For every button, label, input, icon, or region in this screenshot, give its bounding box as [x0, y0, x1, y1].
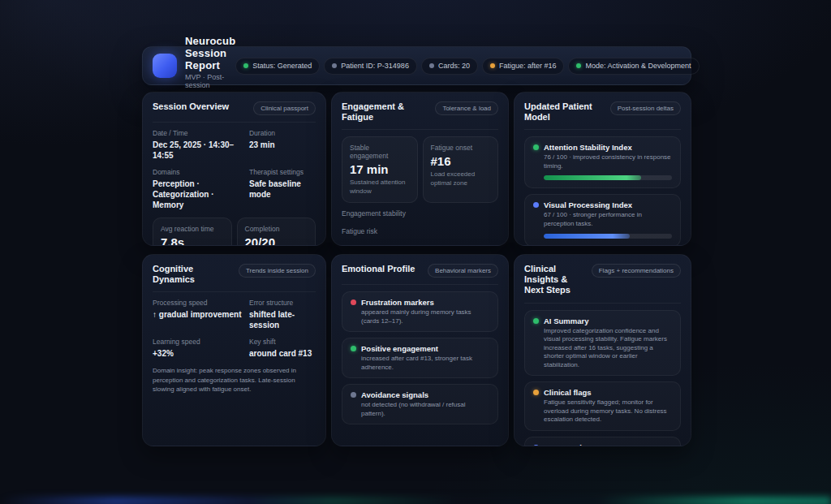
clinical-flags-dot-icon — [533, 390, 539, 395]
field-value: ↑ gradual improvement — [153, 309, 243, 320]
field-value: Dec 25, 2025 · 14:30–14:55 — [153, 140, 243, 161]
patient-dot-icon — [332, 63, 337, 68]
session-overview-card: Session Overview Clinical passport Date … — [142, 92, 326, 246]
patient-model-header: Updated Patient Model Post-session delta… — [524, 101, 681, 123]
patient-model-card: Updated Patient Model Post-session delta… — [514, 92, 691, 246]
cards-dot-icon — [429, 63, 434, 68]
stat-value: 20/20 — [245, 235, 308, 246]
field-value: around card #13 — [249, 348, 316, 359]
emotional-profile-card: Emotional Profile Behavioral markers Fru… — [331, 254, 509, 446]
field-therapist-settings: Therapist settings Safe baseline mode — [249, 168, 316, 210]
field-value: Safe baseline mode — [249, 179, 316, 200]
stat-value: #16 — [431, 154, 491, 168]
marker-name: Positive engagement — [361, 344, 438, 353]
insight-desc: Improved categorization confidence and v… — [544, 327, 672, 370]
cognitive-title: Cognitive Dynamics — [153, 264, 234, 285]
emotional-title: Emotional Profile — [342, 264, 415, 274]
mode-badge-label: Mode: Activation & Development — [585, 62, 691, 70]
field-value: Perception · Categorization · Memory — [153, 179, 243, 210]
engagement-header: Engagement & Fatigue Tolerance & load — [342, 101, 498, 123]
marker-head: Avoidance signals — [351, 390, 489, 399]
attention-index-bar — [544, 175, 672, 180]
frustration-markers-row: Frustration markers appeared mainly duri… — [342, 291, 498, 332]
stat-label: Completion — [245, 225, 308, 233]
header-badges: Status: Generated Patient ID: P-314986 C… — [235, 58, 699, 75]
stable-engagement-stat: Stable engagement 17 min Sustained atten… — [342, 136, 418, 203]
insight-name: Clinical flags — [544, 388, 592, 397]
index-head: Attention Stability Index — [533, 143, 672, 152]
status-badge: Status: Generated — [235, 58, 320, 75]
visual-processing-row: Visual Processing Index 67 / 100 · stron… — [524, 194, 681, 246]
fatigue-dot-icon — [490, 63, 495, 68]
divider — [342, 129, 498, 130]
attention-stability-row: Attention Stability Index 76 / 100 · imp… — [524, 136, 681, 188]
cards-count-badge: Cards: 20 — [421, 58, 478, 75]
fatigue-onset-stat: Fatigue onset #16 Load exceeded optimal … — [423, 136, 499, 203]
mode-dot-icon — [576, 63, 581, 68]
field-label: Learning speed — [153, 338, 243, 346]
field-label: Therapist settings — [249, 168, 316, 176]
field-label: Date / Time — [153, 129, 243, 137]
field-domains: Domains Perception · Categorization · Me… — [153, 168, 243, 210]
marker-desc: appeared mainly during memory tasks (car… — [361, 308, 489, 325]
stat-value: 7.8s — [161, 235, 224, 246]
emotional-header: Emotional Profile Behavioral markers — [342, 264, 498, 278]
avg-reaction-time-stat: Avg reaction time 7.8s Stable early sess… — [153, 218, 232, 246]
stat-value: 17 min — [350, 162, 410, 176]
avoidance-signals-row: Avoidance signals not detected (no withd… — [342, 384, 498, 424]
session-fields: Date / Time Dec 25, 2025 · 14:30–14:55 D… — [153, 129, 316, 210]
stat-caption: Load exceeded optimal zone — [431, 170, 491, 187]
bottom-accent-strip — [0, 497, 831, 504]
field-duration: Duration 23 min — [249, 129, 316, 161]
field-label: Processing speed — [153, 299, 243, 307]
neurocub-logo-icon — [153, 54, 177, 78]
field-error-structure: Error structure shifted late-session — [249, 299, 316, 330]
next-session-row: Next session Start in Stabilization mode… — [524, 437, 681, 446]
divider — [153, 291, 316, 292]
fatigue-badge: Fatigue: after #16 — [482, 58, 565, 75]
cards-count-badge-label: Cards: 20 — [438, 62, 470, 70]
completion-stat: Completion 20/20 No hard stops — [237, 218, 316, 246]
stat-caption: Sustained attention window — [350, 179, 410, 196]
divider — [524, 303, 681, 304]
insight-desc: Fatigue sensitivity flagged; monitor for… — [544, 398, 672, 424]
field-label: Key shift — [249, 338, 316, 346]
field-label: Duration — [249, 129, 316, 137]
visual-index-bar-fill — [544, 234, 630, 239]
attention-dot-icon — [533, 144, 539, 150]
engagement-stability-label: Engagement stability — [342, 209, 498, 218]
insights-title: Clinical Insights & Next Steps — [524, 264, 587, 296]
app-header: Neurocub Session Report MVP · Post-sessi… — [142, 46, 691, 85]
engagement-fatigue-card: Engagement & Fatigue Tolerance & load St… — [331, 92, 509, 246]
page-title: Neurocub Session Report — [185, 35, 235, 71]
index-desc: 76 / 100 · improved consistency in respo… — [544, 153, 672, 170]
clinical-insights-card: Clinical Insights & Next Steps Flags + r… — [514, 254, 691, 446]
tolerance-load-tag: Tolerance & load — [435, 101, 498, 115]
index-desc: 67 / 100 · stronger performance in perce… — [544, 211, 672, 228]
visual-dot-icon — [533, 202, 539, 208]
patient-id-badge-label: Patient ID: P-314986 — [341, 62, 409, 70]
clinical-flags-row: Clinical flags Fatigue sensitivity flagg… — [524, 381, 681, 431]
report-page: Neurocub Session Report MVP · Post-sessi… — [142, 46, 691, 446]
insight-head: AI Summary — [533, 317, 672, 325]
behavioral-markers-tag: Behavioral markers — [428, 264, 498, 278]
next-session-dot-icon — [533, 445, 539, 446]
ai-summary-row: AI Summary Improved categorization confi… — [524, 310, 681, 377]
cards-grid: Session Overview Clinical passport Date … — [142, 92, 691, 446]
cognitive-header: Cognitive Dynamics Trends inside session — [153, 264, 316, 285]
index-name: Attention Stability Index — [544, 143, 632, 152]
divider — [524, 129, 681, 130]
fatigue-risk-label: Fatigue risk — [342, 227, 498, 235]
avoidance-dot-icon — [351, 392, 356, 398]
clinical-passport-tag: Clinical passport — [253, 101, 316, 115]
post-session-deltas-tag: Post-session deltas — [610, 101, 681, 115]
insights-header: Clinical Insights & Next Steps Flags + r… — [524, 264, 681, 296]
session-stats: Avg reaction time 7.8s Stable early sess… — [153, 218, 316, 246]
marker-head: Positive engagement — [351, 344, 489, 353]
insight-name: Next session — [544, 443, 592, 446]
field-value: +32% — [153, 348, 243, 359]
trends-tag: Trends inside session — [239, 264, 316, 278]
field-label: Domains — [153, 168, 243, 176]
divider — [153, 122, 316, 123]
engagement-stats: Stable engagement 17 min Sustained atten… — [342, 136, 498, 203]
